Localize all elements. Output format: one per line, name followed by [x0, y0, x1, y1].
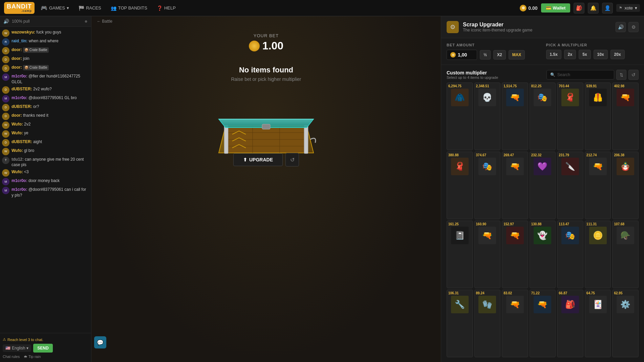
- chat-username: door:: [12, 65, 23, 70]
- multiplier-btn-10x[interactable]: 10x: [594, 50, 608, 59]
- item-card[interactable]: 6,294.75🧥: [447, 83, 473, 150]
- chat-username: door:: [12, 56, 23, 61]
- inventory-icon[interactable]: 🎒: [574, 3, 584, 14]
- chat-message-text: join: [23, 56, 29, 61]
- item-card[interactable]: 152.97🔫: [502, 221, 528, 288]
- float-chat-button[interactable]: 💬: [94, 336, 106, 348]
- chat-avatar: W: [2, 148, 9, 155]
- multiplier-btn-2x[interactable]: 2x: [564, 50, 576, 59]
- item-card[interactable]: 106.31🔧: [447, 290, 473, 357]
- search-box[interactable]: 🔍: [546, 70, 614, 80]
- double-button[interactable]: X2: [493, 50, 506, 60]
- item-card[interactable]: 107.68🪖: [612, 221, 639, 288]
- volume-icon[interactable]: 🔊: [3, 19, 9, 24]
- item-card[interactable]: 380.88🧣: [447, 152, 473, 219]
- chat-badge: 📦 Crate Battle: [23, 65, 49, 70]
- sort-button[interactable]: ⇅: [616, 70, 626, 80]
- item-price: 380.88: [448, 153, 459, 157]
- item-card[interactable]: 231.79🔪: [557, 152, 583, 219]
- item-card[interactable]: 232.32💜: [530, 152, 556, 219]
- right-panel: ⚙ Scrap Upgrader The iconic item-themed …: [441, 16, 644, 362]
- chat-avatar: M: [2, 178, 9, 185]
- chat-avatar: D: [2, 104, 9, 111]
- item-card[interactable]: 269.47🔫: [502, 152, 528, 219]
- chat-username: wazowskyu:: [12, 30, 36, 35]
- item-card[interactable]: 130.88👻: [530, 221, 556, 288]
- item-price: 66.87: [559, 291, 567, 295]
- avatar-nav[interactable]: 👤: [602, 3, 613, 14]
- chat-message: DdUBSTER: 2v2 wufo?: [2, 86, 89, 94]
- half-button[interactable]: ½: [480, 50, 491, 60]
- user-menu[interactable]: ⚑ xote ▾: [616, 4, 640, 12]
- wallet-button[interactable]: 💳 Wallet: [541, 3, 571, 13]
- nav-help[interactable]: ❓ HELP: [153, 3, 179, 13]
- multiplier-btn-5x[interactable]: 5x: [579, 50, 591, 59]
- upgrade-button[interactable]: ⬆ UPGRADE: [233, 153, 283, 166]
- chat-message: Ttdu12: can anyone give me free 20 cent …: [2, 157, 89, 168]
- item-card[interactable]: 89.24🧤: [474, 290, 501, 357]
- item-card[interactable]: 212.74🔫: [585, 152, 611, 219]
- item-card[interactable]: 111.31🪙: [585, 221, 611, 288]
- item-card[interactable]: 160.90🔫: [474, 221, 501, 288]
- item-price: 231.79: [559, 153, 569, 157]
- item-card[interactable]: 206.38🪆: [612, 152, 639, 219]
- chat-send-button[interactable]: SEND: [33, 344, 52, 353]
- chat-username: dUBSTER:: [12, 139, 33, 144]
- chat-avatar: D: [2, 139, 9, 146]
- custom-title-area: Custom multiplier Select up to 4 items t…: [447, 70, 498, 80]
- item-card[interactable]: 113.47🎭: [557, 221, 583, 288]
- nav-games[interactable]: 🎮 GAMES ▾: [37, 3, 72, 13]
- custom-section: Custom multiplier Select up to 4 items t…: [441, 65, 644, 362]
- language-selector[interactable]: 🇺🇸 English ▾: [3, 344, 31, 352]
- item-card[interactable]: 2,348.51💀: [474, 83, 501, 150]
- multiplier-btn-15x[interactable]: 1.5x: [546, 50, 561, 59]
- item-card[interactable]: 161.25📓: [447, 221, 473, 288]
- chat-text: door: 📦 Crate Battle: [12, 47, 89, 53]
- chat-expand-icon[interactable]: ●: [84, 18, 88, 24]
- item-card[interactable]: 64.75🃏: [585, 290, 611, 357]
- max-button[interactable]: MAX: [509, 50, 525, 60]
- notifications-icon[interactable]: 🔔: [588, 3, 599, 14]
- item-card[interactable]: 83.02🔫: [502, 290, 528, 357]
- item-card[interactable]: 71.22🔫: [530, 290, 556, 357]
- item-card[interactable]: 812.25🎭: [530, 83, 556, 150]
- item-card[interactable]: 402.98🔫: [612, 83, 639, 150]
- center-content: ← Battle YOUR BET 1.00 No items found Ra…: [91, 16, 441, 362]
- chat-text: raid_tin: when and where: [12, 38, 89, 44]
- search-input[interactable]: [557, 72, 610, 77]
- chat-rules-link[interactable]: Chat rules: [3, 355, 20, 359]
- item-price: 160.90: [476, 222, 487, 226]
- tip-rain-link[interactable]: 🌧 Tip rain: [24, 355, 41, 359]
- chat-sidebar: 🔊 100% pull ● Wwazowskyu: fuck you guysR…: [0, 16, 91, 362]
- chat-avatar: R: [2, 38, 9, 46]
- upgrader-info: Scrap Upgrader The iconic item-themed up…: [463, 22, 532, 32]
- pick-multiplier-section: PICK A MULTIPLIER 1.5x2x5x10x20x: [546, 43, 639, 60]
- bet-amount-display: 1.00: [249, 40, 283, 52]
- item-price: 64.75: [586, 291, 595, 295]
- chat-message: Rraid_tin: when and where: [2, 38, 89, 46]
- item-price: 6,294.75: [448, 84, 461, 88]
- item-card[interactable]: 539.91🦺: [585, 83, 611, 150]
- item-card[interactable]: 1,514.75🔫: [502, 83, 528, 150]
- chat-username: Wufo:: [12, 122, 24, 127]
- item-card[interactable]: 703.44🧣: [557, 83, 583, 150]
- chat-text: Wufo: gl bro: [12, 148, 89, 154]
- refresh-items-button[interactable]: ↺: [628, 70, 639, 80]
- chat-text: dUBSTER: aight: [12, 139, 89, 145]
- item-card[interactable]: 62.95⚙️: [612, 290, 639, 357]
- multiplier-btn-20x[interactable]: 20x: [610, 50, 625, 59]
- nav-races[interactable]: 🏁 RACES: [75, 3, 105, 13]
- logo[interactable]: BANDIT .camp: [4, 2, 35, 14]
- item-price: 1,514.75: [503, 84, 517, 88]
- item-card[interactable]: 66.87🎒: [557, 290, 583, 357]
- chat-input-row: 🇺🇸 English ▾ SEND: [3, 344, 88, 353]
- nav-top-bandits[interactable]: 👥 TOP BANDITS: [107, 3, 151, 13]
- chat-message: Mm1cr0o: @door#837795061 can i call for …: [2, 187, 89, 198]
- chat-username: dUBSTER:: [12, 104, 33, 109]
- refresh-button[interactable]: ↺: [285, 153, 299, 166]
- item-card[interactable]: 374.67🎭: [474, 152, 501, 219]
- sound-icon[interactable]: 🔊: [616, 22, 626, 32]
- item-price: 812.25: [531, 84, 542, 88]
- item-image: 🧤: [478, 296, 496, 313]
- settings-icon[interactable]: ⚙: [628, 22, 639, 32]
